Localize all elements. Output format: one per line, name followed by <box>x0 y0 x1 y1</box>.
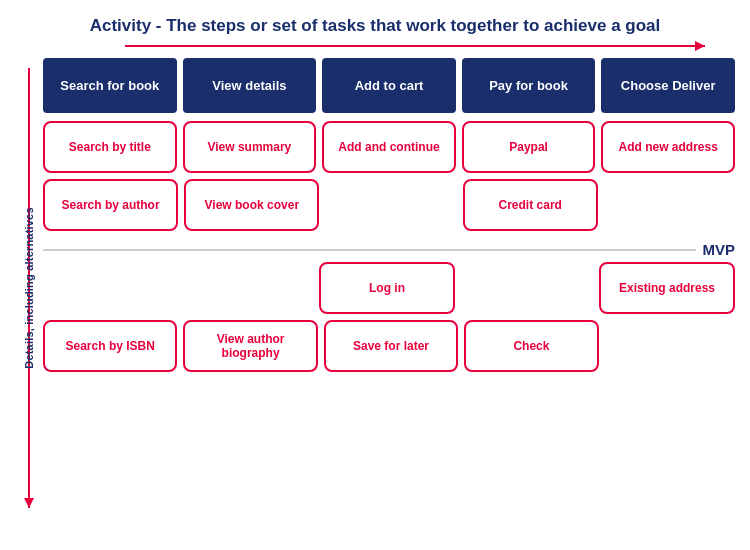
col-header-4: Choose Deliver <box>601 58 735 113</box>
cell-0-2: Add and continue <box>322 121 456 173</box>
content-area: Search for book View details Add to cart… <box>43 58 735 518</box>
cell-0-4: Add new address <box>601 121 735 173</box>
col-header-1: View details <box>183 58 317 113</box>
col-header-3: Pay for book <box>462 58 596 113</box>
page-title: Activity - The steps or set of tasks tha… <box>15 10 735 36</box>
mvp-line <box>43 249 696 251</box>
below-cell-0-4: Existing address <box>599 262 735 314</box>
cell-1-0: Search by author <box>43 179 178 231</box>
vertical-label-container: Details, including alternatives <box>15 58 43 518</box>
below-cell-1-2: Save for later <box>324 320 458 372</box>
below-cell-0-2: Log in <box>319 262 455 314</box>
column-headers: Search for book View details Add to cart… <box>43 58 735 113</box>
below-cell-1-4 <box>605 320 735 372</box>
below-cell-1-1: View author biography <box>183 320 317 372</box>
horizontal-arrow <box>125 40 705 52</box>
below-cell-0-0 <box>43 262 175 314</box>
cell-1-3: Credit card <box>463 179 598 231</box>
below-cell-0-3 <box>461 262 593 314</box>
row-0: Search by title View summary Add and con… <box>43 121 735 173</box>
cell-0-3: Paypal <box>462 121 596 173</box>
main-layout: Details, including alternatives Search f… <box>15 58 735 518</box>
mvp-label: MVP <box>702 241 735 258</box>
horizontal-arrow-container <box>15 40 735 52</box>
row-1: Search by author View book cover Credit … <box>43 179 735 231</box>
below-cell-0-1 <box>181 262 313 314</box>
cell-0-0: Search by title <box>43 121 177 173</box>
below-cell-1-0: Search by ISBN <box>43 320 177 372</box>
below-cell-1-3: Check <box>464 320 598 372</box>
cell-0-1: View summary <box>183 121 317 173</box>
mvp-divider: MVP <box>43 241 735 258</box>
below-row-1: Search by ISBN View author biography Sav… <box>43 320 735 372</box>
page: Activity - The steps or set of tasks tha… <box>0 0 750 550</box>
below-row-0: Log in Existing address <box>43 262 735 314</box>
cell-1-1: View book cover <box>184 179 319 231</box>
cell-1-4 <box>604 179 735 231</box>
col-header-2: Add to cart <box>322 58 456 113</box>
col-header-0: Search for book <box>43 58 177 113</box>
vertical-label: Details, including alternatives <box>23 207 35 368</box>
cell-1-2 <box>325 179 456 231</box>
